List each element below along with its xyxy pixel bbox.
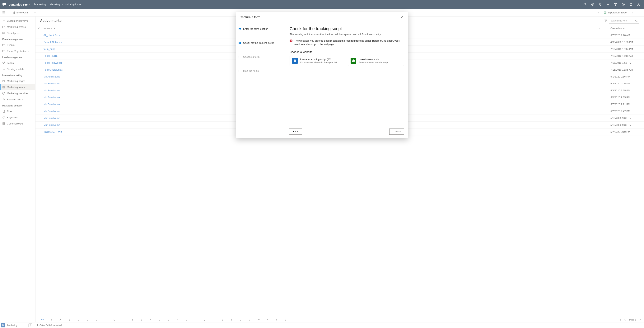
dialog-footer: Back Cancel: [285, 125, 408, 138]
globe-icon: [292, 58, 298, 64]
panel-subtext: The tracking script ensures that the for…: [290, 33, 404, 36]
error-message: ✕ The webpage you entered doesn't contai…: [290, 39, 404, 46]
dialog-title: Capture a form: [240, 16, 260, 19]
new-script-card[interactable]: I need a new script Generate a new websi…: [348, 56, 404, 66]
choose-website-label: Choose a website: [290, 50, 404, 54]
capture-form-dialog: Capture a form Enter the form location C…: [236, 12, 408, 138]
card-subtitle: Choose a website script from your list.: [300, 61, 337, 64]
card-title: I need a new script: [359, 58, 389, 61]
back-button[interactable]: Back: [289, 128, 302, 135]
existing-script-card[interactable]: I have an existing script (43) Choose a …: [290, 56, 346, 66]
step-choose-form: Choose a form: [238, 54, 283, 60]
close-button[interactable]: [399, 15, 404, 20]
card-subtitle: Generate a new website script.: [359, 61, 389, 64]
card-title: I have an existing script (43): [300, 58, 337, 61]
add-icon: [350, 58, 356, 64]
step-map-fields: Map the fields: [238, 68, 283, 74]
step-enter-location[interactable]: Enter the form location: [238, 26, 283, 32]
cancel-button[interactable]: Cancel: [389, 128, 404, 135]
wizard-steps: Enter the form location Check for the tr…: [236, 23, 285, 125]
wizard-panel: Check for the tracking script The tracki…: [285, 23, 408, 125]
step-check-script[interactable]: Check for the tracking script: [238, 40, 283, 46]
error-icon: ✕: [290, 40, 292, 42]
panel-heading: Check for the tracking script: [290, 26, 404, 31]
